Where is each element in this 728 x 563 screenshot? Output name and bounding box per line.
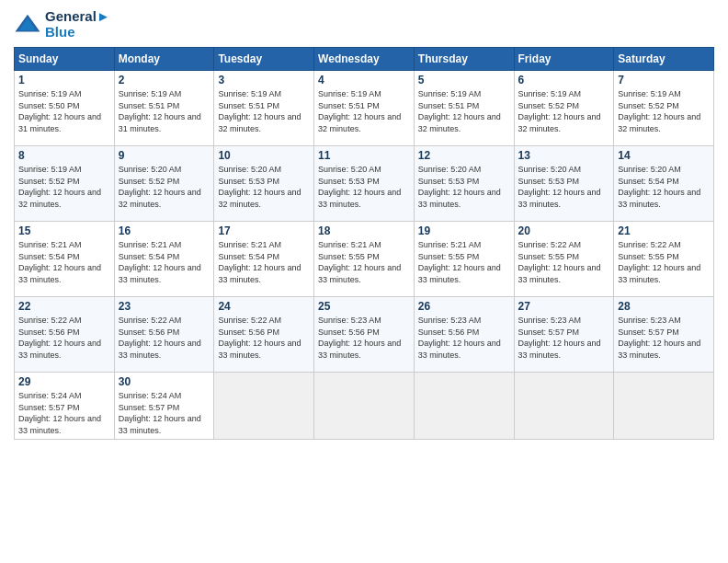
daylight-label: Daylight: 12 hours and 32 minutes. (119, 188, 201, 209)
calendar-cell: 24 Sunrise: 5:22 AM Sunset: 5:56 PM Dayl… (214, 297, 314, 373)
sunset-label: Sunset: 5:54 PM (618, 177, 679, 186)
header: General►Blue (14, 9, 714, 40)
sunrise-label: Sunrise: 5:20 AM (418, 165, 482, 174)
sunset-label: Sunset: 5:51 PM (418, 101, 480, 110)
calendar-page: General►Blue SundayMondayTuesdayWednesda… (0, 0, 728, 563)
sunrise-label: Sunrise: 5:20 AM (318, 165, 381, 174)
calendar-cell: 5 Sunrise: 5:19 AM Sunset: 5:51 PM Dayli… (414, 71, 514, 146)
day-number: 23 (119, 300, 210, 313)
header-sunday: Sunday (15, 48, 115, 71)
calendar-cell: 25 Sunrise: 5:23 AM Sunset: 5:56 PM Dayl… (314, 297, 415, 373)
daylight-label: Daylight: 12 hours and 32 minutes. (218, 188, 301, 209)
day-number: 11 (318, 149, 410, 162)
day-number: 2 (119, 74, 210, 86)
calendar-cell: 15 Sunrise: 5:21 AM Sunset: 5:54 PM Dayl… (15, 222, 115, 297)
calendar-cell (214, 373, 314, 440)
day-info: Sunrise: 5:21 AM Sunset: 5:55 PM Dayligh… (418, 239, 510, 285)
sunset-label: Sunset: 5:51 PM (218, 101, 279, 110)
day-number: 22 (18, 300, 110, 313)
day-info: Sunrise: 5:20 AM Sunset: 5:53 PM Dayligh… (518, 164, 610, 210)
day-number: 27 (518, 300, 610, 313)
day-info: Sunrise: 5:19 AM Sunset: 5:51 PM Dayligh… (218, 88, 310, 134)
daylight-label: Daylight: 12 hours and 33 minutes. (518, 339, 601, 360)
calendar-cell: 21 Sunrise: 5:22 AM Sunset: 5:55 PM Dayl… (614, 222, 714, 297)
sunset-label: Sunset: 5:52 PM (518, 101, 580, 110)
sunset-label: Sunset: 5:52 PM (18, 177, 80, 186)
sunrise-label: Sunrise: 5:19 AM (218, 89, 281, 98)
sunset-label: Sunset: 5:53 PM (218, 177, 279, 186)
sunset-label: Sunset: 5:51 PM (318, 101, 380, 110)
sunrise-label: Sunrise: 5:22 AM (218, 316, 281, 325)
sunrise-label: Sunrise: 5:21 AM (218, 240, 281, 249)
sunrise-label: Sunrise: 5:24 AM (119, 391, 182, 400)
calendar-cell: 10 Sunrise: 5:20 AM Sunset: 5:53 PM Dayl… (214, 146, 314, 222)
daylight-label: Daylight: 12 hours and 33 minutes. (618, 339, 700, 360)
calendar-cell (414, 373, 514, 440)
sunset-label: Sunset: 5:53 PM (518, 177, 580, 186)
day-number: 24 (218, 300, 310, 313)
daylight-label: Daylight: 12 hours and 33 minutes. (218, 263, 301, 284)
week-row-3: 15 Sunrise: 5:21 AM Sunset: 5:54 PM Dayl… (15, 222, 714, 297)
sunrise-label: Sunrise: 5:23 AM (518, 316, 582, 325)
day-info: Sunrise: 5:24 AM Sunset: 5:57 PM Dayligh… (119, 390, 210, 436)
calendar-cell: 8 Sunrise: 5:19 AM Sunset: 5:52 PM Dayli… (15, 146, 115, 222)
day-info: Sunrise: 5:22 AM Sunset: 5:55 PM Dayligh… (518, 239, 610, 285)
calendar-cell: 14 Sunrise: 5:20 AM Sunset: 5:54 PM Dayl… (614, 146, 714, 222)
calendar-cell: 29 Sunrise: 5:24 AM Sunset: 5:57 PM Dayl… (15, 373, 115, 440)
day-info: Sunrise: 5:21 AM Sunset: 5:54 PM Dayligh… (119, 239, 210, 285)
day-number: 5 (418, 74, 510, 86)
sunset-label: Sunset: 5:53 PM (418, 177, 480, 186)
daylight-label: Daylight: 12 hours and 33 minutes. (618, 188, 700, 209)
daylight-label: Daylight: 12 hours and 32 minutes. (618, 112, 700, 133)
sunrise-label: Sunrise: 5:21 AM (318, 240, 381, 249)
header-friday: Friday (514, 48, 614, 71)
day-number: 26 (418, 300, 510, 313)
daylight-label: Daylight: 12 hours and 33 minutes. (318, 263, 401, 284)
day-info: Sunrise: 5:22 AM Sunset: 5:56 PM Dayligh… (18, 315, 110, 361)
day-info: Sunrise: 5:19 AM Sunset: 5:51 PM Dayligh… (119, 88, 210, 134)
daylight-label: Daylight: 12 hours and 33 minutes. (218, 339, 301, 360)
sunset-label: Sunset: 5:56 PM (318, 327, 380, 337)
sunrise-label: Sunrise: 5:20 AM (518, 165, 582, 174)
calendar-cell: 11 Sunrise: 5:20 AM Sunset: 5:53 PM Dayl… (314, 146, 415, 222)
day-number: 10 (218, 149, 310, 162)
calendar-cell (314, 373, 415, 440)
calendar-cell: 28 Sunrise: 5:23 AM Sunset: 5:57 PM Dayl… (614, 297, 714, 373)
week-row-1: 1 Sunrise: 5:19 AM Sunset: 5:50 PM Dayli… (15, 71, 714, 146)
day-number: 16 (119, 224, 210, 237)
calendar-cell: 19 Sunrise: 5:21 AM Sunset: 5:55 PM Dayl… (414, 222, 514, 297)
day-number: 3 (218, 74, 310, 86)
day-number: 25 (318, 300, 410, 313)
day-info: Sunrise: 5:21 AM Sunset: 5:54 PM Dayligh… (218, 239, 310, 285)
day-info: Sunrise: 5:19 AM Sunset: 5:51 PM Dayligh… (418, 88, 510, 134)
calendar-cell: 9 Sunrise: 5:20 AM Sunset: 5:52 PM Dayli… (114, 146, 214, 222)
sunrise-label: Sunrise: 5:21 AM (18, 240, 82, 249)
day-info: Sunrise: 5:19 AM Sunset: 5:50 PM Dayligh… (18, 88, 110, 134)
calendar-cell: 16 Sunrise: 5:21 AM Sunset: 5:54 PM Dayl… (114, 222, 214, 297)
calendar-cell: 7 Sunrise: 5:19 AM Sunset: 5:52 PM Dayli… (614, 71, 714, 146)
sunrise-label: Sunrise: 5:19 AM (618, 89, 681, 98)
calendar-cell: 1 Sunrise: 5:19 AM Sunset: 5:50 PM Dayli… (15, 71, 115, 146)
sunset-label: Sunset: 5:56 PM (418, 327, 480, 337)
daylight-label: Daylight: 12 hours and 33 minutes. (518, 188, 601, 209)
day-info: Sunrise: 5:23 AM Sunset: 5:57 PM Dayligh… (618, 315, 710, 361)
day-info: Sunrise: 5:19 AM Sunset: 5:52 PM Dayligh… (18, 164, 110, 210)
day-info: Sunrise: 5:20 AM Sunset: 5:54 PM Dayligh… (618, 164, 710, 210)
calendar-cell: 23 Sunrise: 5:22 AM Sunset: 5:56 PM Dayl… (114, 297, 214, 373)
sunset-label: Sunset: 5:51 PM (119, 101, 180, 110)
sunset-label: Sunset: 5:50 PM (18, 101, 80, 110)
sunset-label: Sunset: 5:56 PM (18, 327, 80, 337)
sunrise-label: Sunrise: 5:19 AM (18, 165, 82, 174)
daylight-label: Daylight: 12 hours and 33 minutes. (18, 339, 101, 360)
sunrise-label: Sunrise: 5:23 AM (318, 316, 381, 325)
daylight-label: Daylight: 12 hours and 33 minutes. (618, 263, 700, 284)
daylight-label: Daylight: 12 hours and 33 minutes. (418, 339, 501, 360)
daylight-label: Daylight: 12 hours and 33 minutes. (418, 188, 501, 209)
day-info: Sunrise: 5:24 AM Sunset: 5:57 PM Dayligh… (18, 390, 110, 436)
sunrise-label: Sunrise: 5:21 AM (119, 240, 182, 249)
sunrise-label: Sunrise: 5:20 AM (119, 165, 182, 174)
calendar-cell (514, 373, 614, 440)
daylight-label: Daylight: 12 hours and 33 minutes. (18, 263, 101, 284)
day-info: Sunrise: 5:19 AM Sunset: 5:51 PM Dayligh… (318, 88, 410, 134)
day-info: Sunrise: 5:19 AM Sunset: 5:52 PM Dayligh… (618, 88, 710, 134)
